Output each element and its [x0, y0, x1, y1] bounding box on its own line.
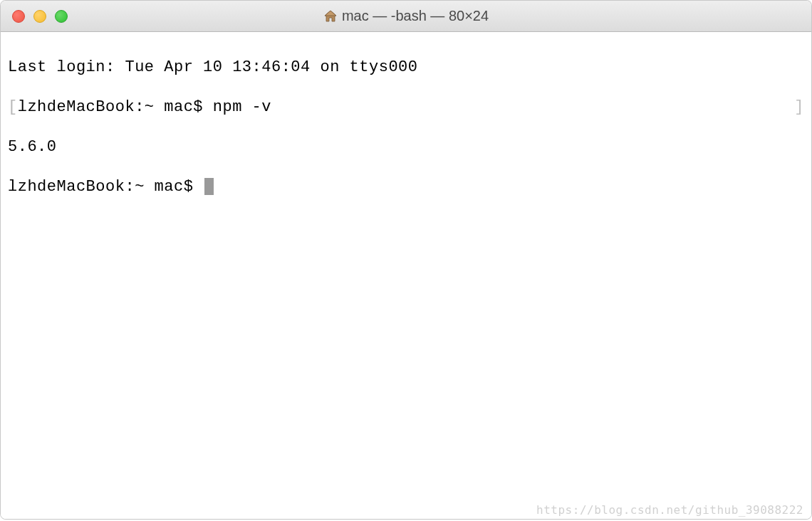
terminal-line: [lzhdeMacBook:~ mac$ npm -v] [8, 98, 804, 117]
traffic-lights [12, 10, 68, 23]
titlebar: mac — -bash — 80×24 [1, 1, 811, 32]
prompt-text: lzhdeMacBook:~ mac$ [8, 178, 203, 196]
watermark-text: https://blog.csdn.net/github_39088222 [536, 503, 803, 517]
bracket-open: [ [8, 98, 18, 116]
window-title-container: mac — -bash — 80×24 [323, 8, 489, 24]
prompt-text: lzhdeMacBook:~ mac$ [18, 98, 213, 116]
terminal-line: 5.6.0 [8, 137, 804, 157]
maximize-button[interactable] [55, 10, 68, 23]
minimize-button[interactable] [33, 10, 46, 23]
last-login-text: Last login: Tue Apr 10 13:46:04 on ttys0… [8, 58, 418, 76]
bracket-close: ] [794, 98, 804, 117]
terminal-line: lzhdeMacBook:~ mac$ [8, 177, 804, 197]
cursor [204, 178, 214, 195]
output-text: 5.6.0 [8, 138, 57, 156]
terminal-window: mac — -bash — 80×24 Last login: Tue Apr … [0, 0, 812, 520]
terminal-line: Last login: Tue Apr 10 13:46:04 on ttys0… [8, 58, 804, 78]
command-text: npm -v [213, 98, 271, 116]
window-title: mac — -bash — 80×24 [342, 8, 489, 24]
terminal-body[interactable]: Last login: Tue Apr 10 13:46:04 on ttys0… [1, 32, 811, 519]
close-button[interactable] [12, 10, 25, 23]
home-icon [323, 9, 338, 23]
